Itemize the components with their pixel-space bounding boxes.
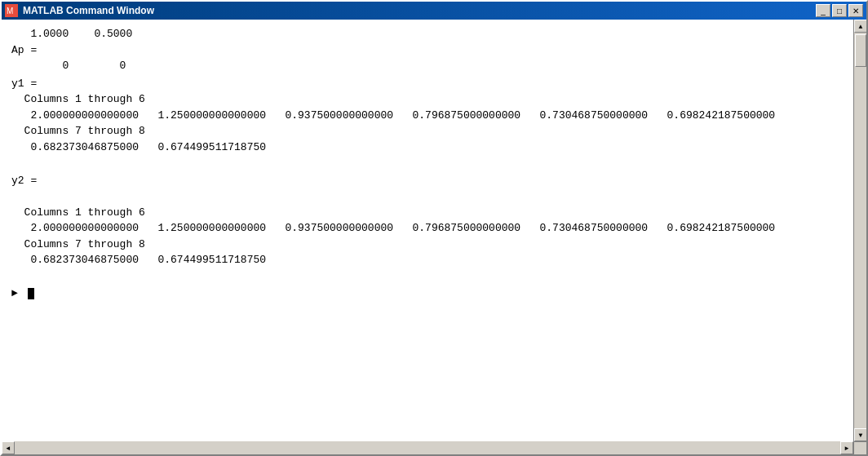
scroll-track-h[interactable]	[15, 441, 840, 454]
output-ap-values: 0 0	[11, 58, 844, 74]
scroll-track-v[interactable]	[854, 33, 866, 428]
prompt-text	[21, 287, 28, 299]
output-section-y2: y2 = Columns 1 through 6 2.0000000000000…	[11, 173, 844, 285]
svg-text:M: M	[7, 7, 13, 15]
output-section-y1: y1 = Columns 1 through 6 2.0000000000000…	[11, 76, 844, 171]
output-y2-col-header-1: Columns 1 through 6	[11, 205, 844, 221]
matlab-icon: M	[5, 4, 18, 17]
output-y2-col-header-2: Columns 7 through 8	[11, 237, 844, 253]
output-y2-col-values-1: 2.000000000000000 1.250000000000000 0.93…	[11, 220, 844, 237]
output-line-spacer	[11, 268, 844, 285]
minimize-button[interactable]: _	[816, 4, 830, 17]
output-y1-col-values-2: 0.682373046875000 0.674499511718750	[11, 139, 844, 156]
window-title: MATLAB Command Window	[23, 5, 811, 16]
command-prompt[interactable]: ►	[11, 287, 844, 299]
scroll-thumb-v[interactable]	[855, 34, 866, 67]
output-y1-col-header-2: Columns 7 through 8	[11, 123, 844, 139]
output-y2-label: y2 =	[11, 173, 844, 189]
scroll-left-button[interactable]: ◄	[2, 441, 15, 454]
maximize-button[interactable]: □	[832, 4, 847, 17]
output-line-1: 1.0000 0.5000	[11, 26, 844, 42]
scroll-right-button[interactable]: ►	[840, 441, 853, 454]
output-line-9	[11, 155, 844, 171]
window-controls: _ □ ✕	[816, 4, 863, 17]
title-bar: M MATLAB Command Window _ □ ✕	[2, 2, 866, 20]
vertical-scrollbar[interactable]: ▲ ▼	[853, 20, 866, 441]
content-area: 1.0000 0.5000 Ap = 0 0 y1 = Columns 1 th…	[2, 20, 866, 441]
matlab-window: M MATLAB Command Window _ □ ✕ 1.0000 0.5…	[0, 0, 868, 456]
output-ap-label: Ap =	[11, 42, 844, 59]
prompt-symbol: ►	[11, 287, 18, 299]
command-output[interactable]: 1.0000 0.5000 Ap = 0 0 y1 = Columns 1 th…	[2, 20, 853, 441]
output-y1-label: y1 =	[11, 76, 844, 92]
cursor	[28, 288, 34, 299]
close-button[interactable]: ✕	[848, 4, 863, 17]
output-line-11	[11, 188, 844, 205]
output-section-1: 1.0000 0.5000 Ap = 0 0	[11, 26, 844, 74]
output-y2-col-values-2: 0.682373046875000 0.674499511718750	[11, 252, 844, 268]
scroll-up-button[interactable]: ▲	[854, 20, 866, 33]
scroll-down-button[interactable]: ▼	[854, 428, 866, 441]
scrollbar-corner	[853, 441, 866, 454]
horizontal-scrollbar-row: ◄ ►	[2, 441, 866, 454]
output-y1-col-header-1: Columns 1 through 6	[11, 91, 844, 108]
output-y1-col-values-1: 2.000000000000000 1.250000000000000 0.93…	[11, 108, 844, 124]
